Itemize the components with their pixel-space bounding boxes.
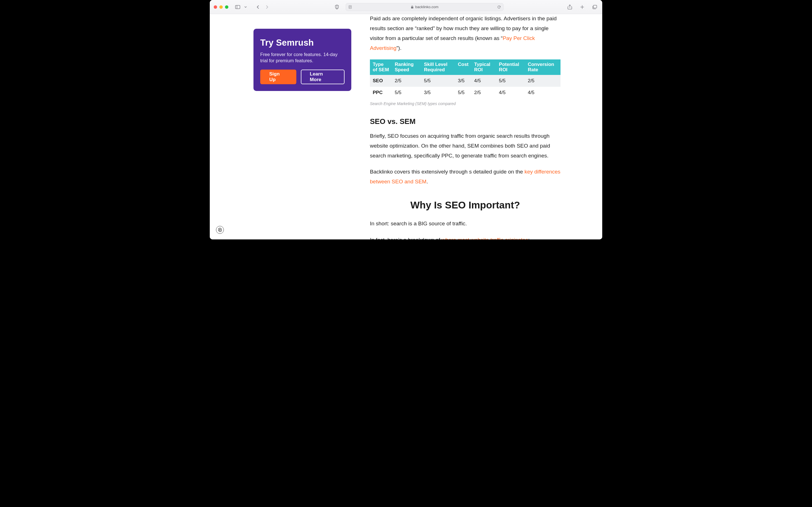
share-icon[interactable] xyxy=(566,4,573,10)
address-bar[interactable]: backlinko.com xyxy=(346,3,504,11)
text-span: . xyxy=(426,179,428,184)
col-skill: Skill Level Required xyxy=(421,59,455,75)
forward-button[interactable] xyxy=(263,4,271,10)
table-row: PPC 5/5 3/5 5/5 2/5 4/5 4/5 xyxy=(370,87,560,99)
text-span: Backlinko covers this extensively throug… xyxy=(370,169,524,175)
col-cost: Cost xyxy=(455,59,471,75)
domain-text: backlinko.com xyxy=(415,5,439,9)
svg-rect-7 xyxy=(411,7,413,8)
address-text: backlinko.com xyxy=(411,5,439,9)
minimize-window-button[interactable] xyxy=(219,5,223,9)
svg-point-11 xyxy=(219,229,220,230)
tab-overview-icon[interactable] xyxy=(591,4,598,10)
lock-icon xyxy=(411,5,414,9)
privacy-shield-icon[interactable] xyxy=(333,4,341,10)
cell: 2/5 xyxy=(525,75,560,87)
gear-icon xyxy=(218,228,222,232)
browser-toolbar: backlinko.com xyxy=(210,0,602,14)
col-conversion: Conversion Rate xyxy=(525,59,560,75)
browser-window: backlinko.com xyxy=(210,0,602,239)
sidebar-toggle-group xyxy=(234,4,249,10)
col-ranking-speed: Ranking Speed xyxy=(392,59,421,75)
paragraph-backlinko-guide: Backlinko covers this extensively throug… xyxy=(370,167,560,186)
sidebar-toggle-icon[interactable] xyxy=(234,4,241,10)
learn-more-button[interactable]: Learn More xyxy=(301,69,345,84)
cell: 5/5 xyxy=(496,75,525,87)
paragraph-big-source: In short: search is a BIG source of traf… xyxy=(370,219,560,228)
page-content: Try Semrush Free forever for core featur… xyxy=(210,14,602,239)
nav-group xyxy=(254,4,271,10)
promo-buttons: Sign Up Learn More xyxy=(260,69,345,84)
row-name: SEO xyxy=(370,75,392,87)
promo-card: Try Semrush Free forever for core featur… xyxy=(253,29,351,91)
back-button[interactable] xyxy=(254,4,262,10)
text-span: ”). xyxy=(396,45,402,51)
reader-mode-icon[interactable] xyxy=(348,5,352,9)
cell: 3/5 xyxy=(421,87,455,99)
cell: 5/5 xyxy=(455,87,471,99)
col-type: Type of SEM xyxy=(370,59,392,75)
table-caption: Search Engine Marketing (SEM) types comp… xyxy=(370,101,560,106)
settings-fab[interactable] xyxy=(216,226,224,234)
heading-seo-vs-sem: SEO vs. SEM xyxy=(370,117,560,126)
toolbar-right xyxy=(566,4,598,10)
text-span: : xyxy=(528,237,529,240)
text-span: In fact, here’s a breakdown of xyxy=(370,237,442,240)
paragraph-paid-ads: Paid ads are completely independent of o… xyxy=(370,14,560,53)
col-typical-roi: Typical ROI xyxy=(471,59,496,75)
cell: 5/5 xyxy=(421,75,455,87)
promo-subtitle: Free forever for core features. 14-day t… xyxy=(260,51,345,64)
sem-comparison-table: Type of SEM Ranking Speed Skill Level Re… xyxy=(370,59,560,99)
table-row: SEO 2/5 5/5 3/5 4/5 5/5 2/5 xyxy=(370,75,560,87)
reload-icon[interactable] xyxy=(497,5,501,9)
cell: 3/5 xyxy=(455,75,471,87)
cell: 4/5 xyxy=(496,87,525,99)
article-body: Paid ads are completely independent of o… xyxy=(370,14,560,239)
col-potential-roi: Potential ROI xyxy=(496,59,525,75)
signup-button[interactable]: Sign Up xyxy=(260,69,296,84)
cell: 5/5 xyxy=(392,87,421,99)
svg-rect-10 xyxy=(594,5,597,8)
cell: 2/5 xyxy=(471,87,496,99)
promo-title: Try Semrush xyxy=(260,38,345,48)
cell: 4/5 xyxy=(525,87,560,99)
heading-why-seo: Why Is SEO Important? xyxy=(370,200,560,211)
window-controls xyxy=(214,5,229,9)
sidebar-menu-chevron-icon[interactable] xyxy=(242,4,249,10)
new-tab-icon[interactable] xyxy=(578,4,586,10)
svg-rect-0 xyxy=(236,5,240,9)
link-traffic-origins[interactable]: where most website traffic originates xyxy=(442,237,528,240)
paragraph-seo-vs-sem: Briefly, SEO focuses on acquiring traffi… xyxy=(370,131,560,161)
cell: 2/5 xyxy=(392,75,421,87)
fullscreen-window-button[interactable] xyxy=(225,5,229,9)
close-window-button[interactable] xyxy=(214,5,217,9)
cell: 4/5 xyxy=(471,75,496,87)
paragraph-breakdown: In fact, here’s a breakdown of where mos… xyxy=(370,235,560,240)
row-name: PPC xyxy=(370,87,392,99)
table-header-row: Type of SEM Ranking Speed Skill Level Re… xyxy=(370,59,560,75)
